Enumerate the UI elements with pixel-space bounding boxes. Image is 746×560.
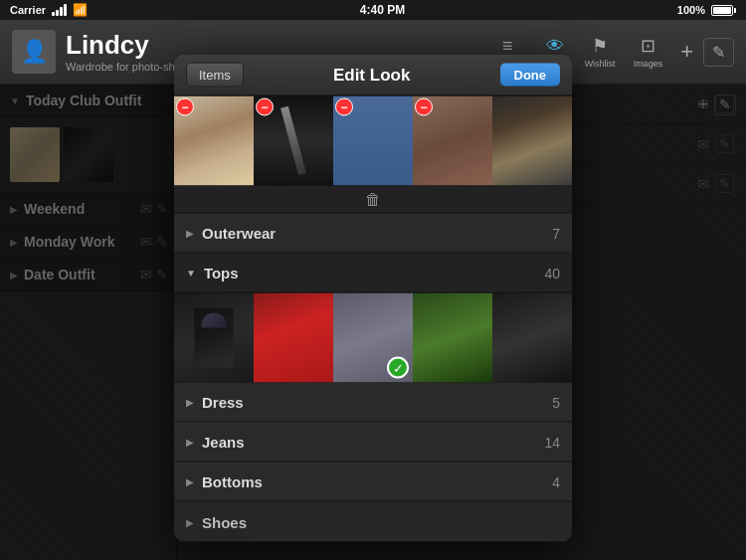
- selected-checkmark: ✓: [387, 357, 409, 379]
- carrier-text: Carrier: [10, 4, 46, 16]
- shoes-label: Shoes: [202, 513, 560, 530]
- top-image-3[interactable]: ✓: [333, 293, 413, 383]
- modal-category-outerwear[interactable]: ▶ Outerwear 7: [174, 214, 572, 254]
- time-display: 4:40 PM: [360, 3, 405, 17]
- outerwear-label: Outerwear: [202, 225, 552, 242]
- main-content: ▼ Today Club Outfit ▶ Weekend ✉ ✎: [0, 85, 746, 560]
- status-right: 100%: [677, 4, 736, 16]
- top-image-5[interactable]: [492, 293, 572, 383]
- jeans-label: Jeans: [202, 434, 544, 451]
- selected-image-bodysuit: −: [413, 96, 492, 186]
- add-look-button[interactable]: +: [672, 35, 701, 69]
- modal-category-dress[interactable]: ▶ Dress 5: [174, 383, 572, 423]
- selected-image-heels: −: [254, 96, 333, 186]
- wifi-icon: 📶: [73, 3, 88, 17]
- battery-percent: 100%: [677, 4, 705, 16]
- modal-category-tops[interactable]: ▼ Tops 40: [174, 254, 572, 293]
- chevron-right-dress: ▶: [186, 397, 194, 408]
- bottoms-count: 4: [552, 473, 560, 489]
- dress-label: Dress: [202, 394, 552, 411]
- selected-image-jeans: −: [333, 96, 413, 186]
- modal-category-shoes[interactable]: ▶ Shoes: [174, 502, 572, 542]
- chevron-right-jeans: ▶: [186, 437, 194, 448]
- chevron-right-outerwear: ▶: [186, 228, 194, 239]
- status-left: Carrier 📶: [10, 3, 88, 17]
- dress-count: 5: [552, 394, 560, 410]
- hamburger-icon: ≡: [502, 36, 513, 57]
- tops-label: Tops: [204, 265, 545, 281]
- modal-category-bottoms[interactable]: ▶ Bottoms 4: [174, 463, 572, 502]
- jeans-count: 14: [544, 434, 560, 450]
- image-icon: ⊡: [641, 35, 655, 57]
- bottoms-label: Bottoms: [202, 473, 552, 490]
- top-image-1[interactable]: [174, 293, 254, 383]
- modal-tops-images: ✓: [174, 293, 572, 383]
- remove-jeans-button[interactable]: −: [335, 98, 353, 116]
- modal-done-button[interactable]: Done: [500, 64, 561, 87]
- selected-image-purse: [492, 96, 572, 186]
- edit-look-button[interactable]: ✎: [703, 38, 734, 67]
- nav-wishlist-label: Wishlist: [585, 59, 616, 69]
- edit-look-modal: Items Edit Look Done − −: [174, 55, 572, 542]
- remove-bodysuit-button[interactable]: −: [415, 98, 433, 116]
- modal-trash-bar: 🗑: [174, 186, 572, 214]
- chevron-right-bottoms: ▶: [186, 476, 194, 487]
- remove-heels-button[interactable]: −: [256, 98, 274, 116]
- remove-fur-button[interactable]: −: [176, 98, 194, 116]
- trash-icon: 🗑: [365, 190, 381, 208]
- signal-icon: [52, 4, 67, 16]
- status-bar: Carrier 📶 4:40 PM 100%: [0, 0, 746, 20]
- modal-items-button[interactable]: Items: [186, 63, 244, 88]
- modal-selected-images: − − − −: [174, 96, 572, 186]
- tops-count: 40: [544, 265, 560, 280]
- selected-image-fur: −: [174, 96, 254, 186]
- top-image-2[interactable]: [254, 293, 333, 383]
- modal-category-jeans[interactable]: ▶ Jeans 14: [174, 423, 572, 463]
- nav-images[interactable]: ⊡ Images: [626, 31, 671, 73]
- modal-title: Edit Look: [333, 65, 410, 85]
- chevron-down-tops: ▼: [186, 268, 196, 279]
- flag-icon: ⚑: [592, 35, 608, 57]
- chevron-right-shoes: ▶: [186, 516, 194, 527]
- eye-icon: 👁: [546, 36, 564, 57]
- top-image-4[interactable]: [413, 293, 492, 383]
- outerwear-count: 7: [552, 225, 560, 241]
- modal-header: Items Edit Look Done: [174, 55, 572, 96]
- nav-images-label: Images: [634, 59, 663, 69]
- nav-wishlist[interactable]: ⚑ Wishlist: [577, 31, 624, 73]
- battery-icon: [711, 5, 736, 16]
- avatar: 👤: [12, 30, 56, 74]
